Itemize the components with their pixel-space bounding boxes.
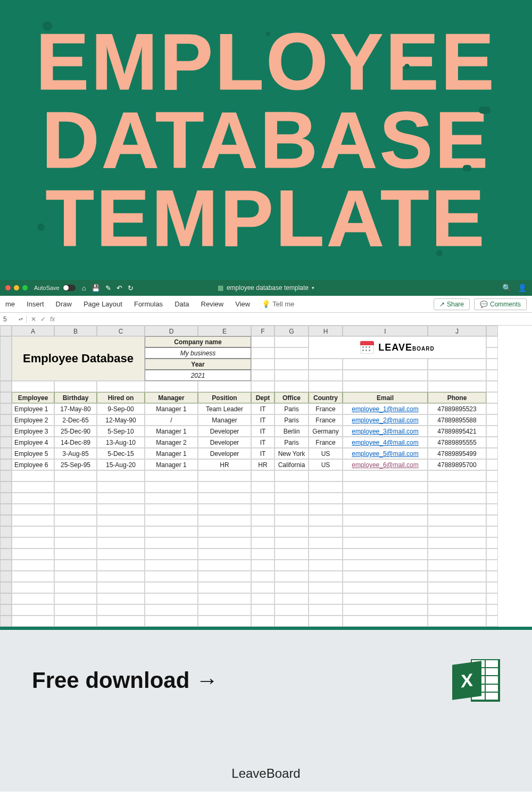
empty-cell[interactable] <box>251 604 275 616</box>
empty-cell[interactable] <box>428 381 486 392</box>
cell-phone[interactable]: 47889895588 <box>428 414 486 426</box>
company-value[interactable]: My business <box>145 347 251 359</box>
empty-cell[interactable] <box>251 470 275 481</box>
empty-cell[interactable] <box>54 537 97 548</box>
empty-cell[interactable] <box>275 571 309 582</box>
empty-cell[interactable] <box>54 593 97 604</box>
empty-cell[interactable] <box>251 336 275 347</box>
empty-cell[interactable] <box>97 493 145 504</box>
empty-cell[interactable] <box>275 548 309 560</box>
empty-cell[interactable] <box>309 548 343 560</box>
empty-cell[interactable] <box>12 504 54 515</box>
empty-cell[interactable] <box>275 593 309 604</box>
empty-cell[interactable] <box>54 548 97 560</box>
empty-cell[interactable] <box>97 481 145 493</box>
year-label[interactable]: Year <box>145 359 251 370</box>
cell-hired[interactable]: 9-Sep-00 <box>97 403 145 414</box>
empty-cell[interactable] <box>428 370 486 381</box>
empty-cell[interactable] <box>275 347 309 359</box>
col-E[interactable]: E <box>198 326 251 336</box>
empty-cell[interactable] <box>54 616 97 627</box>
cancel-icon[interactable]: ✕ <box>31 315 36 323</box>
empty-cell[interactable] <box>251 493 275 504</box>
cell-hired[interactable]: 5-Sep-10 <box>97 426 145 437</box>
empty-cell[interactable] <box>309 359 343 370</box>
col-B[interactable]: B <box>54 326 97 336</box>
company-label[interactable]: Company name <box>145 336 251 347</box>
tab-data[interactable]: Data <box>174 300 189 308</box>
th-phone[interactable]: Phone <box>428 392 486 403</box>
row-hdr[interactable] <box>0 504 12 515</box>
empty-cell[interactable] <box>428 493 486 504</box>
empty-cell[interactable] <box>251 359 275 370</box>
cell-office[interactable]: Paris <box>275 437 309 448</box>
empty-cell[interactable] <box>54 381 97 392</box>
empty-cell[interactable] <box>486 481 498 493</box>
empty-cell[interactable] <box>486 448 498 459</box>
cell-email[interactable]: employee_1@mail.com <box>343 403 428 414</box>
empty-cell[interactable] <box>343 470 428 481</box>
cell-dept[interactable]: IT <box>251 414 275 426</box>
empty-cell[interactable] <box>97 381 145 392</box>
empty-cell[interactable] <box>275 604 309 616</box>
empty-cell[interactable] <box>54 504 97 515</box>
empty-cell[interactable] <box>309 537 343 548</box>
cell-office[interactable]: Paris <box>275 414 309 426</box>
empty-cell[interactable] <box>275 537 309 548</box>
col-J[interactable]: J <box>428 326 486 336</box>
empty-cell[interactable] <box>275 526 309 537</box>
empty-cell[interactable] <box>251 548 275 560</box>
name-box[interactable]: 5 ▴▾ <box>0 315 27 323</box>
empty-cell[interactable] <box>198 515 251 526</box>
cell-position[interactable]: HR <box>198 459 251 470</box>
row-hdr[interactable] <box>0 515 12 526</box>
empty-cell[interactable] <box>12 593 54 604</box>
empty-cell[interactable] <box>309 481 343 493</box>
cell-phone[interactable]: 47889895700 <box>428 459 486 470</box>
empty-cell[interactable] <box>145 515 198 526</box>
empty-cell[interactable] <box>343 481 428 493</box>
empty-cell[interactable] <box>275 560 309 571</box>
cell-country[interactable]: US <box>309 459 343 470</box>
empty-cell[interactable] <box>275 470 309 481</box>
cell-dept[interactable]: IT <box>251 426 275 437</box>
empty-cell[interactable] <box>97 571 145 582</box>
th-office[interactable]: Office <box>275 392 309 403</box>
row-hdr[interactable] <box>0 537 12 548</box>
empty-cell[interactable] <box>343 526 428 537</box>
empty-cell[interactable] <box>251 381 275 392</box>
empty-cell[interactable] <box>343 515 428 526</box>
th-birthday[interactable]: Birthday <box>54 392 97 403</box>
empty-cell[interactable] <box>428 359 486 370</box>
empty-cell[interactable] <box>275 582 309 593</box>
empty-cell[interactable] <box>12 560 54 571</box>
empty-cell[interactable] <box>486 403 498 414</box>
empty-cell[interactable] <box>251 370 275 381</box>
cell-birthday[interactable]: 17-May-80 <box>54 403 97 414</box>
empty-cell[interactable] <box>309 604 343 616</box>
empty-cell[interactable] <box>145 481 198 493</box>
cell-office[interactable]: New York <box>275 448 309 459</box>
empty-cell[interactable] <box>275 481 309 493</box>
empty-cell[interactable] <box>145 582 198 593</box>
cell-email[interactable]: employee_4@mail.com <box>343 437 428 448</box>
empty-cell[interactable] <box>97 582 145 593</box>
cell-country[interactable]: France <box>309 403 343 414</box>
empty-cell[interactable] <box>251 616 275 627</box>
cell-birthday[interactable]: 2-Dec-65 <box>54 414 97 426</box>
empty-cell[interactable] <box>198 504 251 515</box>
empty-cell[interactable] <box>12 582 54 593</box>
row-hdr[interactable] <box>0 560 12 571</box>
cell-phone[interactable]: 47889895555 <box>428 437 486 448</box>
empty-cell[interactable] <box>486 370 498 381</box>
empty-cell[interactable] <box>54 582 97 593</box>
empty-cell[interactable] <box>198 593 251 604</box>
empty-cell[interactable] <box>97 616 145 627</box>
cell-position[interactable]: Developer <box>198 437 251 448</box>
empty-cell[interactable] <box>275 370 309 381</box>
cell-manager[interactable]: Manager 2 <box>145 437 198 448</box>
empty-cell[interactable] <box>12 481 54 493</box>
empty-cell[interactable] <box>486 526 498 537</box>
row-hdr[interactable] <box>0 582 12 593</box>
empty-cell[interactable] <box>198 493 251 504</box>
